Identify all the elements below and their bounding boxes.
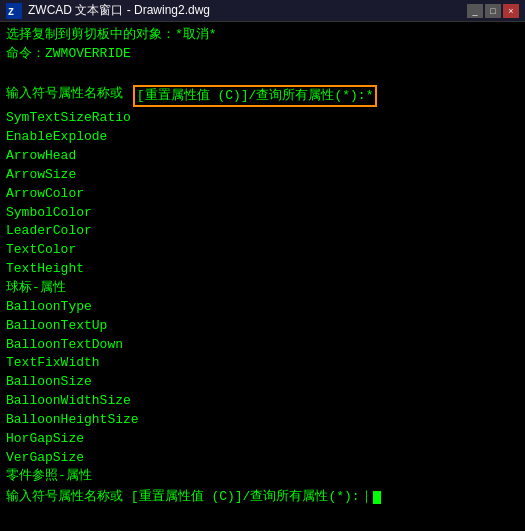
console-line: BalloonType — [6, 298, 519, 317]
title-bar-controls: _ □ × — [467, 4, 519, 18]
input-prompt-line: 输入符号属性名称或 [重置属性值 (C)]/查询所有属性(*):* — [6, 85, 519, 108]
prompt-text: 输入符号属性名称或 — [6, 85, 123, 104]
bottom-prompt-text: 输入符号属性名称或 [重置属性值 (C)]/查询所有属性(*):｜ — [6, 488, 373, 507]
console-line: TextColor — [6, 241, 519, 260]
console-line: BalloonWidthSize — [6, 392, 519, 411]
console-line: HorGapSize — [6, 430, 519, 449]
console-line: TextHeight — [6, 260, 519, 279]
console-line: 球标-属性 — [6, 279, 519, 298]
highlight-box: [重置属性值 (C)]/查询所有属性(*):* — [133, 85, 378, 108]
console-line: BalloonHeightSize — [6, 411, 519, 430]
close-button[interactable]: × — [503, 4, 519, 18]
app-icon: Z — [6, 3, 22, 19]
console-line: EnableExplode — [6, 128, 519, 147]
console-line: TextFixWidth — [6, 354, 519, 373]
console-line: BalloonTextDown — [6, 336, 519, 355]
console-line: BalloonTextUp — [6, 317, 519, 336]
console-line: VerGapSize — [6, 449, 519, 468]
bottom-prompt-line: 输入符号属性名称或 [重置属性值 (C)]/查询所有属性(*):｜ — [6, 488, 519, 507]
console-line: SymbolColor — [6, 204, 519, 223]
console-line: 零件参照-属性 — [6, 467, 519, 486]
svg-text:Z: Z — [8, 7, 14, 18]
title-bar-text: ZWCAD 文本窗口 - Drawing2.dwg — [28, 2, 461, 19]
console-area: 选择复制到剪切板中的对象：*取消* 命令：ZWMOVERRIDE 输入符号属性名… — [0, 22, 525, 531]
console-line: ArrowSize — [6, 166, 519, 185]
minimize-button[interactable]: _ — [467, 4, 483, 18]
console-line: 选择复制到剪切板中的对象：*取消* — [6, 26, 519, 45]
cursor — [373, 491, 381, 504]
console-line: ArrowColor — [6, 185, 519, 204]
console-line: ArrowHead — [6, 147, 519, 166]
console-line — [6, 64, 519, 83]
title-bar: Z ZWCAD 文本窗口 - Drawing2.dwg _ □ × — [0, 0, 525, 22]
console-line: LeaderColor — [6, 222, 519, 241]
maximize-button[interactable]: □ — [485, 4, 501, 18]
console-line: BalloonSize — [6, 373, 519, 392]
console-line: 命令：ZWMOVERRIDE — [6, 45, 519, 64]
console-line: SymTextSizeRatio — [6, 109, 519, 128]
